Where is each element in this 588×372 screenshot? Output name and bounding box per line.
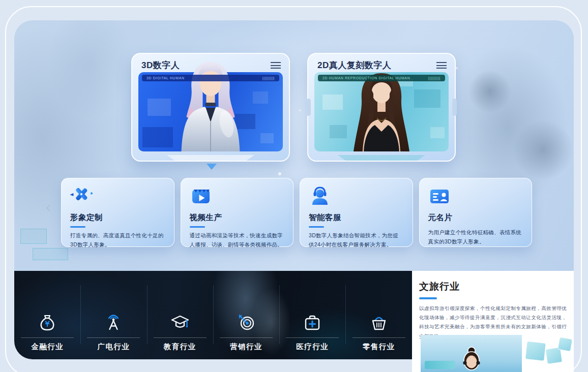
product-card-3d-digital-human[interactable]: 3D数字人 3D DIGITAL HUMAN |||||||||| xyxy=(131,53,290,162)
headset-agent-icon xyxy=(309,185,331,207)
industry-rule xyxy=(352,337,405,338)
sparkle-decoration xyxy=(14,20,16,22)
ice-cube-decoration xyxy=(557,337,573,352)
product-card-2d-digital-human[interactable]: 2D真人复刻数字人 2D HUMAN REPRODUCTION DIGITAL … xyxy=(307,53,456,162)
avatar-tourism-guide xyxy=(451,347,492,372)
card-bottom-tab xyxy=(167,155,254,161)
product-card-title: 3D数字人 xyxy=(141,59,180,71)
target-arrow-icon xyxy=(236,313,256,333)
screen-label: 3D DIGITAL HUMAN xyxy=(146,76,185,80)
screen-label: 2D HUMAN REPRODUCTION DIGITAL HUMAN xyxy=(322,76,410,80)
feature-description: 为用户建立个性化特征精确、表情系统真实的3D数字人形象。 xyxy=(428,228,523,246)
feature-description: 打造专属的、高度逼真且个性化十足的3D数字人形象。 xyxy=(70,231,165,249)
title-underline xyxy=(309,226,324,228)
video-production-icon xyxy=(190,185,212,207)
feature-title: 元名片 xyxy=(428,212,523,223)
pen-tools-icon xyxy=(70,185,93,207)
hero-section: 3D数字人 3D DIGITAL HUMAN |||||||||| xyxy=(14,20,574,271)
feature-title: 形象定制 xyxy=(70,212,165,223)
industry-label: 金融行业 xyxy=(31,342,64,352)
industry-rule xyxy=(21,337,74,338)
feature-title: 视频生产 xyxy=(190,212,285,223)
medical-kit-icon xyxy=(302,313,322,333)
industries-section: 金融行业 广电行业 教育行业 xyxy=(14,271,412,359)
screen-ticks: |||||||||| xyxy=(428,76,440,80)
card-edge-notch xyxy=(306,99,311,116)
menu-icon[interactable] xyxy=(271,62,281,69)
industry-item-retail[interactable]: 零售行业 xyxy=(345,313,411,359)
industry-rule xyxy=(154,337,207,338)
tourism-section: 文旅行业 以虚拟导游引领深度探索，个性化规划定制专属旅程，高效管理优化现场体验，… xyxy=(412,271,574,372)
card-edge-notch xyxy=(452,99,457,116)
industry-label: 营销行业 xyxy=(230,342,262,352)
broadcast-tower-icon xyxy=(103,313,124,333)
feature-description: 3D数字人形象结合智能技术，为您提供24小时在线客户服务解决方案。 xyxy=(309,231,404,249)
active-card-pointer-icon xyxy=(207,164,217,170)
graduation-cap-icon xyxy=(170,313,190,333)
industry-label: 医疗行业 xyxy=(296,342,329,352)
feature-card-meta-business-card[interactable]: 元名片 为用户建立个性化特征精确、表情系统真实的3D数字人形象。 xyxy=(419,178,533,247)
menu-icon[interactable] xyxy=(436,62,447,69)
industry-item-finance[interactable]: 金融行业 xyxy=(14,313,80,359)
industry-label: 教育行业 xyxy=(164,342,196,352)
industry-label: 零售行业 xyxy=(363,342,395,352)
title-underline xyxy=(190,226,205,228)
preview-screen-2d: 2D HUMAN REPRODUCTION DIGITAL HUMAN ||||… xyxy=(314,72,449,151)
money-bag-icon xyxy=(37,313,57,333)
industry-item-broadcast[interactable]: 广电行业 xyxy=(80,313,146,359)
product-card-title: 2D真人复刻数字人 xyxy=(317,59,391,71)
id-card-icon xyxy=(428,185,451,207)
screen-ticks: |||||||||| xyxy=(262,76,275,80)
feature-card-image-customization[interactable]: 形象定制 打造专属的、高度逼真且个性化十足的3D数字人形象。 xyxy=(61,178,174,247)
tourism-title: 文旅行业 xyxy=(412,271,574,293)
feature-card-smart-customer-service[interactable]: 智能客服 3D数字人形象结合智能技术，为您提供24小时在线客户服务解决方案。 xyxy=(300,178,413,247)
industry-item-medical[interactable]: 医疗行业 xyxy=(279,313,345,359)
industry-rule xyxy=(286,337,339,338)
industry-label: 广电行业 xyxy=(97,342,130,352)
feature-card-row: 形象定制 打造专属的、高度逼真且个性化十足的3D数字人形象。 视频生产 通过动画… xyxy=(61,178,532,247)
industry-item-education[interactable]: 教育行业 xyxy=(147,313,213,359)
shopping-basket-icon xyxy=(369,313,389,333)
tourism-image xyxy=(421,335,522,372)
feature-description: 通过动画和渲染等技术，快速生成数字人播报、访谈、剧情等各类视频作品。 xyxy=(190,231,285,249)
feature-title: 智能客服 xyxy=(309,212,404,223)
preview-screen-3d: 3D DIGITAL HUMAN |||||||||| xyxy=(138,72,283,151)
feature-card-video-production[interactable]: 视频生产 通过动画和渲染等技术，快速生成数字人播报、访谈、剧情等各类视频作品。 xyxy=(181,178,294,247)
industry-item-marketing[interactable]: 营销行业 xyxy=(213,313,279,359)
carousel-prev-button[interactable]: ‹ xyxy=(46,199,51,214)
industry-rule xyxy=(220,337,273,338)
title-underline xyxy=(419,297,437,299)
ice-cube-decoration xyxy=(525,341,546,361)
title-underline xyxy=(70,226,85,228)
card-bottom-tab xyxy=(338,155,425,161)
industry-rule xyxy=(87,337,140,338)
